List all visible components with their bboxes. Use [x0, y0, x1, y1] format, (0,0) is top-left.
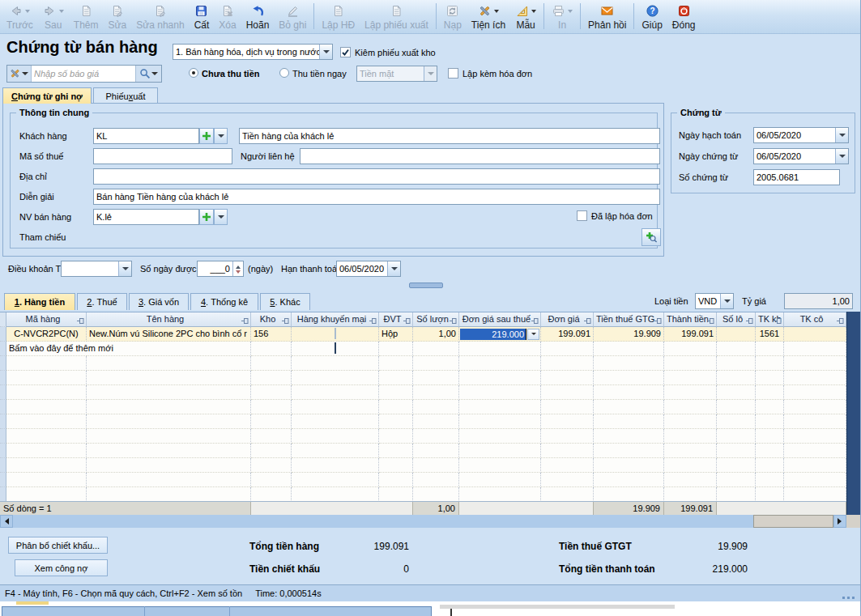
splitter-handle[interactable]	[409, 283, 443, 288]
promo-checkbox[interactable]	[335, 342, 336, 354]
cell-tk_co[interactable]	[784, 342, 846, 356]
column-header-so_luong[interactable]: Số lượn	[413, 312, 459, 327]
hoan-undo-button[interactable]: Hoãn	[241, 1, 275, 33]
cell-tk_co[interactable]	[784, 327, 846, 342]
dien-giai-input[interactable]	[93, 189, 660, 205]
cell-so_luong[interactable]	[413, 342, 459, 356]
ngay-hach-toan-picker[interactable]: 06/05/2020	[753, 127, 849, 143]
cell-dvt[interactable]	[379, 342, 413, 356]
cell-dropdown-button[interactable]	[527, 329, 539, 340]
scroll-right-button[interactable]	[833, 515, 846, 528]
so-chung-tu-input[interactable]	[753, 169, 840, 185]
cell-thanh_tien[interactable]: 199.091	[664, 327, 717, 342]
cell-don_gia[interactable]	[541, 342, 594, 356]
cell-tk_kho[interactable]	[756, 342, 784, 356]
column-header-ten_hang[interactable]: Tên hàng	[87, 312, 251, 327]
empty-cell	[379, 414, 413, 429]
cell-hkm[interactable]	[292, 342, 379, 356]
cell-so_lo[interactable]	[717, 327, 756, 342]
cell-thanh_tien[interactable]	[664, 342, 717, 356]
cell-ten_hang[interactable]: New.Núm vú Silicone 2PC cho bình cổ r	[87, 327, 251, 342]
mau-template-button[interactable]: Mẫu	[510, 1, 541, 33]
spinner-buttons[interactable]	[232, 261, 243, 276]
grid-tab-4[interactable]: 4. Thống kê	[190, 293, 258, 310]
cell-hkm[interactable]	[292, 327, 379, 342]
tab-chung-tu-ghi-no[interactable]: Chứng từ ghi nợ	[2, 87, 92, 104]
khach-hang-input[interactable]	[93, 128, 199, 144]
scrollbar-thumb[interactable]	[753, 515, 833, 528]
nv-ban-hang-add-button[interactable]	[199, 209, 214, 225]
khach-hang-name-input[interactable]	[239, 128, 660, 144]
ngay-chung-tu-picker[interactable]: 06/05/2020	[753, 148, 849, 164]
lap-kem-hoa-don-checkbox[interactable]	[448, 68, 458, 79]
voucher-type-select[interactable]: 1. Bán hàng hóa, dịch vụ trong nước	[173, 44, 333, 60]
cell-don_gia_sau_thue-selected[interactable]: 219.000	[459, 327, 541, 342]
column-header-ma_hang[interactable]: Mã hàng	[6, 312, 87, 327]
empty-cell	[292, 429, 379, 444]
quote-search-button[interactable]	[135, 66, 161, 82]
empty-cell	[379, 444, 413, 458]
quote-number-input[interactable]	[32, 66, 135, 82]
tab-phieu-xuat[interactable]: Phiếu xuất	[93, 87, 158, 104]
add-new-cell[interactable]: Bấm vào đây để thêm mới	[6, 342, 87, 356]
cell-ma_hang[interactable]: C-NVCR2PC(N)	[6, 327, 87, 342]
cell-so_luong[interactable]: 1,00	[413, 327, 459, 342]
cell-kho[interactable]: 156	[251, 327, 292, 342]
column-header-tien_thue[interactable]: Tiền thuế GTG	[594, 312, 664, 327]
horizontal-scrollbar[interactable]	[0, 515, 846, 528]
khach-hang-dropdown-button[interactable]	[214, 128, 228, 144]
grid-tab-3[interactable]: 3. Giá vốn	[129, 293, 189, 310]
grid-tab-2[interactable]: 2. Thuế	[77, 293, 127, 310]
column-header-thanh_tien[interactable]: Thành tiền	[664, 312, 717, 327]
dieu-khoan-tt-select[interactable]	[61, 261, 132, 277]
promo-checkbox[interactable]	[335, 328, 336, 339]
tham-chieu-add-search-button[interactable]	[641, 228, 661, 246]
cell-tk_kho[interactable]: 1561	[756, 327, 784, 342]
column-header-hkm[interactable]: Hàng khuyến mại	[292, 312, 379, 327]
empty-cell	[459, 356, 541, 371]
quick-tools-button[interactable]	[7, 66, 32, 82]
cell-kho[interactable]	[251, 342, 292, 356]
column-header-label: Kho	[260, 314, 276, 324]
cell-dvt[interactable]: Hộp	[379, 327, 413, 342]
column-header-tk_kho[interactable]: TK kh	[756, 312, 784, 327]
scroll-left-button[interactable]	[0, 515, 13, 528]
column-header-kho[interactable]: Kho	[251, 312, 292, 327]
cell-tien_thue[interactable]	[594, 342, 664, 356]
nv-ban-hang-dropdown-button[interactable]	[214, 209, 228, 225]
tong-tien-hang-value: 199.091	[328, 541, 409, 552]
cell-don_gia[interactable]: 199.091	[541, 327, 594, 342]
ma-so-thue-input[interactable]	[93, 148, 232, 164]
tien-ich-utilities-button[interactable]: Tiện ích	[467, 1, 510, 33]
cell-tien_thue[interactable]: 19.909	[594, 327, 664, 342]
nv-ban-hang-input[interactable]	[93, 209, 199, 225]
grid-tab-5[interactable]: 5. Khác	[260, 293, 310, 310]
so-ngay-duoc-no-stepper[interactable]: ___0	[197, 261, 244, 277]
xem-cong-no-button[interactable]: Xem công nợ	[15, 559, 108, 576]
khach-hang-add-button[interactable]	[199, 128, 214, 144]
column-header-dvt[interactable]: ĐVT	[379, 312, 413, 327]
chua-thu-tien-radio[interactable]	[189, 68, 198, 78]
dong-close-button[interactable]: Đóng	[667, 1, 701, 33]
han-thanh-toan-picker[interactable]: 06/05/2020	[336, 261, 401, 277]
nguoi-lien-he-input[interactable]	[300, 148, 660, 164]
phan-bo-chiet-khau-button[interactable]: Phân bổ chiết khấu...	[8, 537, 108, 554]
cat-save-button[interactable]: Cất	[190, 1, 215, 33]
thu-tien-ngay-radio[interactable]	[279, 68, 289, 78]
phan-hoi-feedback-button[interactable]: Phản hồi	[583, 1, 631, 33]
column-header-so_lo[interactable]: Số lô	[717, 312, 756, 327]
vertical-scrollbar[interactable]	[846, 312, 861, 515]
pin-icon	[531, 316, 539, 327]
icon-row	[43, 2, 64, 19]
cell-don_gia_sau_thue[interactable]	[459, 342, 541, 356]
column-header-don_gia[interactable]: Đơn giá	[541, 312, 594, 327]
da-lap-hoa-don-checkbox[interactable]	[577, 210, 587, 221]
giup-help-button[interactable]: ?Giúp	[637, 1, 667, 33]
cell-so_lo[interactable]	[717, 342, 756, 356]
column-header-tk_co[interactable]: TK cô	[784, 312, 846, 327]
column-header-don_gia_sau_thue[interactable]: Đơn giá sau thuế	[459, 312, 541, 327]
kiem-phieu-xuat-kho-checkbox[interactable]	[340, 47, 351, 57]
dia-chi-input[interactable]	[93, 168, 660, 185]
grid-tab-1[interactable]: 1. Hàng tiền	[4, 293, 75, 310]
loai-tien-select[interactable]: VND	[695, 293, 734, 309]
